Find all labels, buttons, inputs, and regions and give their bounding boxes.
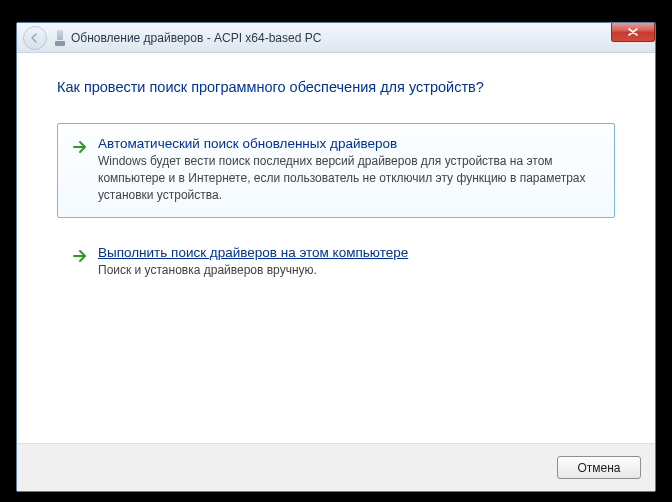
driver-update-dialog: Обновление драйверов - ACPI x64-based PC… <box>16 22 656 492</box>
window-title: Обновление драйверов - ACPI x64-based PC <box>71 31 321 45</box>
arrow-right-icon <box>72 139 88 155</box>
option-body: Автоматический поиск обновленных драйвер… <box>98 136 600 203</box>
device-icon <box>55 30 65 46</box>
option-desc: Поиск и установка драйверов вручную. <box>98 262 600 279</box>
dialog-footer: Отмена <box>17 443 655 491</box>
option-auto-search[interactable]: Автоматический поиск обновленных драйвер… <box>57 123 615 218</box>
option-desc: Windows будет вести поиск последних верс… <box>98 153 600 203</box>
back-arrow-icon <box>29 32 41 44</box>
content-area: Как провести поиск программного обеспече… <box>17 53 655 443</box>
titlebar: Обновление драйверов - ACPI x64-based PC <box>17 23 655 53</box>
option-title: Выполнить поиск драйверов на этом компью… <box>98 245 600 260</box>
option-title: Автоматический поиск обновленных драйвер… <box>98 136 600 151</box>
cancel-button[interactable]: Отмена <box>557 456 641 479</box>
option-body: Выполнить поиск драйверов на этом компью… <box>98 245 600 279</box>
arrow-right-icon <box>72 248 88 264</box>
page-heading: Как провести поиск программного обеспече… <box>57 79 615 95</box>
close-button[interactable] <box>611 23 655 42</box>
option-manual-search[interactable]: Выполнить поиск драйверов на этом компью… <box>57 232 615 294</box>
back-button[interactable] <box>23 26 47 50</box>
close-icon <box>628 28 638 36</box>
